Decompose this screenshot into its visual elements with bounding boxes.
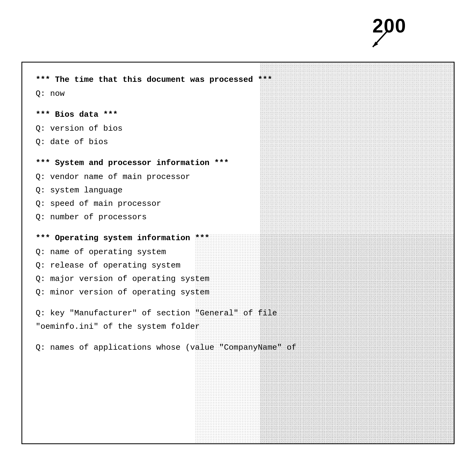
os-query-2: Q: release of operating system — [36, 259, 440, 272]
bios-query-2: Q: date of bios — [36, 136, 440, 148]
bios-section-header: *** Bios data *** — [36, 108, 440, 121]
system-section-header: *** System and processor information *** — [36, 156, 440, 169]
system-query-3: Q: speed of main processor — [36, 197, 440, 210]
content-area: *** The time that this document was proc… — [36, 73, 440, 354]
arrow-icon — [366, 27, 393, 54]
page-container: 200 *** The time that this document was … — [0, 0, 476, 471]
time-query-1: Q: now — [36, 87, 440, 100]
os-query-3: Q: major version of operating system — [36, 272, 440, 285]
document-box: *** The time that this document was proc… — [21, 62, 455, 444]
system-query-1: Q: vendor name of main processor — [36, 170, 440, 183]
system-section: *** System and processor information ***… — [36, 156, 440, 224]
system-query-4: Q: number of processors — [36, 211, 440, 224]
time-section-header: *** The time that this document was proc… — [36, 73, 440, 86]
bios-section: *** Bios data *** Q: version of bios Q: … — [36, 108, 440, 148]
oem-section: Q: key "Manufacturer" of section "Genera… — [36, 307, 440, 333]
arrow-container — [366, 27, 393, 54]
os-section: *** Operating system information *** Q: … — [36, 232, 440, 299]
apps-section: Q: names of applications whose (value "C… — [36, 341, 440, 354]
os-section-header: *** Operating system information *** — [36, 232, 440, 244]
system-query-2: Q: system language — [36, 184, 440, 197]
bios-query-1: Q: version of bios — [36, 122, 440, 135]
oem-query-1: Q: key "Manufacturer" of section "Genera… — [36, 307, 440, 320]
apps-query-1: Q: names of applications whose (value "C… — [36, 341, 440, 354]
oem-query-2: "oeminfo.ini" of the system folder — [36, 320, 440, 333]
os-query-1: Q: name of operating system — [36, 246, 440, 258]
time-section: *** The time that this document was proc… — [36, 73, 440, 100]
os-query-4: Q: minor version of operating system — [36, 286, 440, 299]
